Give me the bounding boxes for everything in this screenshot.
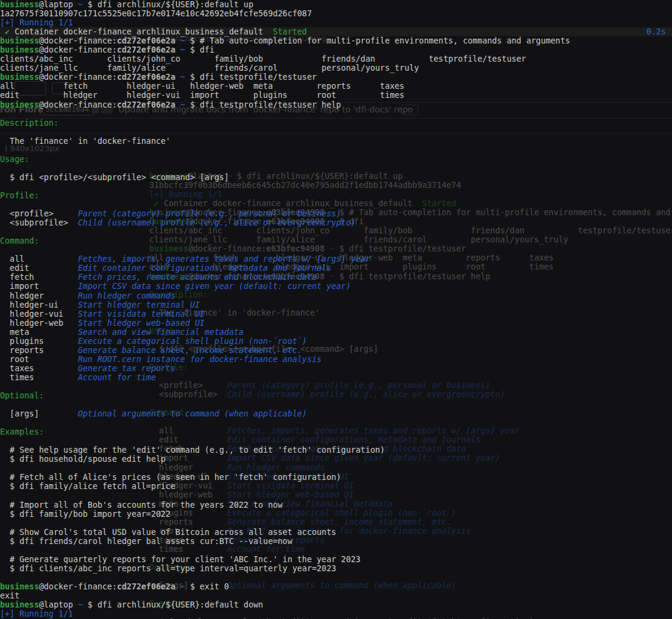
- terminal-line: [+] Running 1/1: [0, 609, 672, 618]
- terminal-line: # Show Carol's total USD value of Bitcoi…: [0, 528, 672, 537]
- terminal-line: taxes Generate tax reports: [0, 364, 672, 373]
- terminal-line: fetch Fetch prices, remote accounts and …: [0, 273, 672, 282]
- terminal-line: all Fetches, imports, generates taxes an…: [0, 254, 672, 264]
- terminal-line: import Import CSV data since given year …: [0, 282, 672, 291]
- terminal-line: $ dfi friends/carol hledger bal assets c…: [0, 537, 672, 546]
- terminal-line: business@docker-finance:cd272ef06e2a ~ $…: [0, 100, 672, 109]
- terminal-line: <profile> Parent (category) profile (e.g…: [0, 209, 672, 218]
- terminal-line: Profile:: [0, 191, 672, 200]
- terminal-line: <subprofile> Child (username) profile (e…: [0, 218, 672, 227]
- terminal-line: [0, 464, 672, 473]
- terminal-line: Examples:: [0, 427, 672, 436]
- terminal-line: Description:: [0, 118, 672, 128]
- terminal-line: $ dfi family/bob import year=2022: [0, 510, 672, 519]
- terminal-line: 1a27675f30110907c171c5525e0c17b7e0174e10…: [0, 9, 672, 18]
- terminal-line: [args] Optional arguments to command (wh…: [0, 409, 672, 418]
- terminal-line: hledger Run hledger commands: [0, 291, 672, 300]
- terminal-line: $ dfi household/spouse edit help: [0, 455, 672, 464]
- terminal-line: business@docker-finance:cd272ef06e2a ~ $…: [0, 36, 672, 45]
- terminal-line: clients/jane_llc family/alice friends/ca…: [0, 63, 672, 73]
- terminal-line: # Import all of Bob's accounts for the y…: [0, 501, 672, 510]
- terminal-line: ✔ Container docker-finance_archlinux_bus…: [0, 27, 672, 36]
- terminal-line: times Account for time: [0, 373, 672, 382]
- terminal-screen[interactable]: 7.0.0.1:300 EvergreenCrypto/ branch/ ass…: [0, 0, 672, 619]
- terminal-line: # Fetch all of Alice's prices (as seen i…: [0, 473, 672, 482]
- terminal-line: $ dfi <profile>/<subprofile> <command> […: [0, 173, 672, 182]
- terminal-line: [+] Running 1/1: [0, 18, 672, 27]
- terminal-line: $ dfi family/alice fetch all=price: [0, 482, 672, 491]
- terminal-line: Usage:: [0, 155, 672, 164]
- terminal-line: # See help usage for the 'edit' command …: [0, 446, 672, 455]
- terminal-line: [0, 519, 672, 528]
- terminal-line: [0, 109, 672, 118]
- terminal-line: edit Edit container configurations, meta…: [0, 264, 672, 273]
- terminal-line: hledger-ui Start hledger terminal UI: [0, 300, 672, 310]
- terminal-line: reports Generate balance sheet, income s…: [0, 346, 672, 355]
- terminal-line: [0, 128, 672, 137]
- terminal-line: [0, 146, 672, 155]
- terminal-output: business@laptop ~ $ dfi archlinux/${USER…: [0, 0, 672, 618]
- terminal-line: [0, 573, 672, 582]
- terminal-line: clients/abc_inc clients/john_co family/b…: [0, 54, 672, 63]
- terminal-line: meta Search and view financial metadata: [0, 328, 672, 337]
- terminal-line: business@docker-finance:cd272ef06e2a ~ $…: [0, 73, 672, 82]
- terminal-line: plugins Execute a categorical shell plug…: [0, 337, 672, 346]
- terminal-line: edit hledger hledger-vui import plugins …: [0, 91, 672, 100]
- terminal-line: hledger-vui Start visidata terminal UI: [0, 310, 672, 319]
- terminal-line: [0, 400, 672, 409]
- terminal-line: [0, 164, 672, 173]
- terminal-line: [0, 436, 672, 446]
- terminal-line: business@docker-finance:cd272ef06e2a ~ $…: [0, 582, 672, 591]
- terminal-line: [0, 245, 672, 254]
- terminal-line: hledger-web Start hledger web-based UI: [0, 319, 672, 328]
- terminal-line: [0, 418, 672, 427]
- elapsed-time-badge: 0.2s: [647, 27, 666, 36]
- terminal-line: root Run ROOT.cern instance for docker-f…: [0, 355, 672, 364]
- terminal-line: business@docker-finance:cd272ef06e2a ~ $…: [0, 45, 672, 54]
- terminal-line: # Generate quarterly reports for your cl…: [0, 555, 672, 564]
- terminal-line: Optional:: [0, 391, 672, 400]
- terminal-line: [0, 227, 672, 236]
- terminal-line: The 'finance' in 'docker-finance': [0, 137, 672, 146]
- terminal-line: exit: [0, 591, 672, 600]
- terminal-line: business@laptop ~ $ dfi archlinux/${USER…: [0, 600, 672, 609]
- terminal-line: [0, 546, 672, 555]
- terminal-line: business@laptop ~ $ dfi archlinux/${USER…: [0, 0, 672, 9]
- terminal-line: [0, 200, 672, 209]
- terminal-line: all fetch hledger-ui hledger-web meta re…: [0, 82, 672, 91]
- terminal-line: $ dfi clients/abc_inc reports all=type i…: [0, 564, 672, 573]
- terminal-line: Command:: [0, 236, 672, 245]
- terminal-line: [0, 491, 672, 501]
- terminal-line: [0, 182, 672, 191]
- terminal-line: [0, 382, 672, 391]
